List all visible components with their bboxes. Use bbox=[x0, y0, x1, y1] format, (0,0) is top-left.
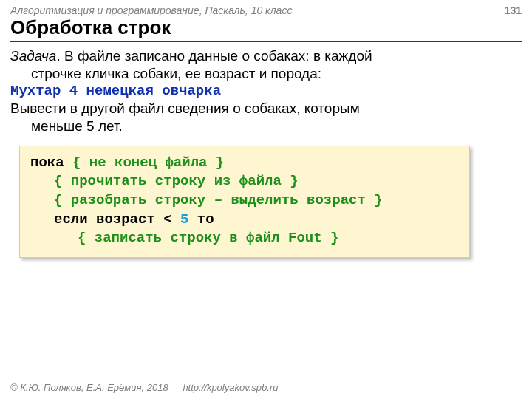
task-line3: Вывести в другой файл сведения о собаках… bbox=[10, 100, 360, 116]
footer-url: http://kpolyakov.spb.ru bbox=[183, 382, 278, 393]
footer-copyright: © К.Ю. Поляков, Е.А. Ерёмин, 2018 bbox=[10, 382, 168, 393]
header-line: Алгоритмизация и программирование, Паска… bbox=[10, 4, 522, 16]
code-line-3: { разобрать строку – выделить возраст } bbox=[30, 191, 459, 211]
course-label: Алгоритмизация и программирование, Паска… bbox=[10, 4, 292, 16]
task-line2: строчке кличка собаки, ее возраст и поро… bbox=[10, 65, 522, 83]
code-lt: < bbox=[163, 211, 180, 228]
code-comment-2: { прочитать строку из файла } bbox=[30, 172, 299, 191]
code-comment-3: { разобрать строку – выделить возраст } bbox=[30, 191, 383, 211]
task-line1: . В файле записано данные о собаках: в к… bbox=[56, 48, 372, 64]
code-line-1: пока { не конец файла } bbox=[30, 154, 459, 173]
code-line-4: если возраст < 5 то bbox=[30, 211, 459, 230]
code-if-wrap: если возраст < 5 то bbox=[30, 211, 214, 230]
slide-body: Задача. В файле записано данные о собака… bbox=[10, 47, 522, 258]
task-paragraph: Задача. В файле записано данные о собака… bbox=[10, 47, 522, 83]
page-number: 131 bbox=[505, 4, 522, 16]
code-kw-if: если возраст bbox=[54, 211, 163, 228]
code-box: пока { не конец файла } { прочитать стро… bbox=[19, 146, 470, 258]
code-line-2: { прочитать строку из файла } bbox=[30, 172, 459, 191]
code-line-5: { записать строку в файл Fout } bbox=[30, 229, 459, 248]
code-comment-5: { записать строку в файл Fout } bbox=[30, 229, 338, 248]
code-kw-then: то bbox=[188, 211, 214, 228]
task-line4: меньше 5 лет. bbox=[10, 117, 522, 135]
slide: Алгоритмизация и программирование, Паска… bbox=[0, 0, 532, 399]
code-comment-1: { не конец файла } bbox=[72, 154, 224, 171]
task-example: Мухтар 4 немецкая овчарка bbox=[10, 83, 522, 100]
footer: © К.Ю. Поляков, Е.А. Ерёмин, 2018 http:/… bbox=[10, 382, 278, 393]
slide-title: Обработка строк bbox=[10, 16, 522, 42]
code-number: 5 bbox=[180, 211, 188, 228]
code-kw-while: пока bbox=[30, 154, 72, 171]
task-output: Вывести в другой файл сведения о собаках… bbox=[10, 100, 522, 135]
task-label: Задача bbox=[10, 48, 56, 64]
